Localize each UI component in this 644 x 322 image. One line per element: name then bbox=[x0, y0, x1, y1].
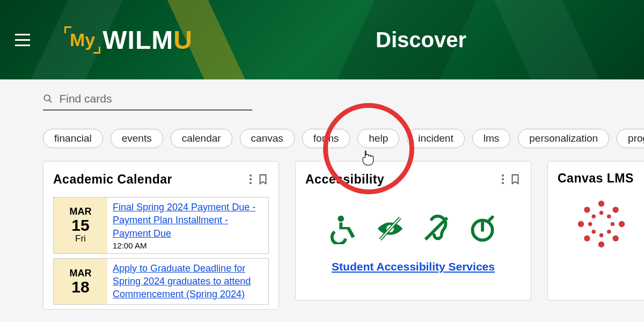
svg-line-1 bbox=[49, 100, 52, 103]
chip-incident[interactable]: incident bbox=[407, 129, 465, 148]
search-input[interactable] bbox=[59, 92, 252, 105]
card-academic-calendar: Academic Calendar MAR 15 Fri Final Sprin… bbox=[43, 161, 279, 310]
accessibility-link[interactable]: Student Accessibility Services bbox=[305, 260, 521, 273]
chip-personalization[interactable]: personalization bbox=[518, 129, 609, 148]
calendar-event: MAR 18 Apply to Graduate Deadline for Sp… bbox=[53, 258, 269, 305]
chip-forms[interactable]: forms bbox=[302, 129, 350, 148]
svg-point-13 bbox=[584, 235, 590, 241]
page-title: Discover bbox=[376, 28, 466, 52]
svg-point-15 bbox=[599, 211, 603, 215]
svg-point-20 bbox=[606, 214, 611, 218]
accessibility-icons bbox=[305, 197, 521, 260]
wheelchair-icon bbox=[328, 213, 360, 244]
card-accessibility: Accessibility Student Accessibility Serv… bbox=[295, 161, 531, 301]
svg-point-8 bbox=[598, 241, 604, 247]
hearing-impaired-icon bbox=[421, 213, 452, 244]
bookmark-icon[interactable] bbox=[257, 172, 269, 186]
chip-calendar[interactable]: calendar bbox=[171, 129, 232, 148]
search-icon bbox=[43, 93, 53, 104]
svg-point-19 bbox=[591, 214, 596, 218]
svg-point-7 bbox=[598, 201, 604, 207]
svg-point-9 bbox=[577, 221, 583, 227]
logo-wilm: WILM bbox=[103, 26, 173, 54]
bookmark-icon[interactable] bbox=[509, 172, 521, 186]
more-icon[interactable] bbox=[244, 171, 257, 187]
svg-point-17 bbox=[588, 222, 592, 226]
event-day: 18 bbox=[71, 279, 89, 295]
low-vision-icon bbox=[375, 213, 406, 244]
chip-help[interactable]: help bbox=[357, 129, 399, 148]
card-title: Accessibility bbox=[305, 172, 496, 187]
event-link[interactable]: Final Spring 2024 Payment Due - Payment … bbox=[113, 202, 255, 239]
menu-icon[interactable] bbox=[11, 28, 34, 52]
chip-events[interactable]: events bbox=[111, 129, 163, 148]
canvas-logo-icon bbox=[576, 199, 627, 250]
logo-u: U bbox=[173, 26, 192, 54]
card-title: Canvas LMS bbox=[558, 171, 644, 186]
svg-point-10 bbox=[618, 221, 624, 227]
event-link[interactable]: Apply to Graduate Deadline for Spring 20… bbox=[113, 263, 251, 300]
cards-row: Academic Calendar MAR 15 Fri Final Sprin… bbox=[0, 161, 644, 310]
svg-point-12 bbox=[612, 207, 618, 213]
logo-my: My bbox=[67, 28, 98, 52]
svg-point-0 bbox=[44, 95, 50, 101]
event-date: MAR 15 Fri bbox=[54, 197, 107, 253]
site-logo[interactable]: My WILMU bbox=[67, 25, 192, 55]
chip-programs[interactable]: programs bbox=[617, 129, 644, 148]
event-time: 12:00 AM bbox=[113, 241, 263, 250]
svg-point-16 bbox=[599, 233, 603, 238]
event-day: 15 bbox=[71, 217, 89, 233]
chip-financial[interactable]: financial bbox=[43, 129, 103, 148]
card-title: Academic Calendar bbox=[53, 172, 244, 187]
svg-point-11 bbox=[584, 207, 590, 213]
app-header: My WILMU Discover bbox=[0, 0, 644, 79]
card-canvas-lms: Canvas LMS bbox=[547, 161, 644, 301]
event-date: MAR 18 bbox=[54, 259, 107, 304]
chip-canvas[interactable]: canvas bbox=[240, 129, 295, 148]
svg-point-18 bbox=[610, 222, 614, 226]
timer-icon bbox=[467, 213, 498, 244]
search-box[interactable] bbox=[43, 90, 252, 111]
event-dow: Fri bbox=[75, 233, 86, 244]
event-month: MAR bbox=[70, 206, 92, 217]
svg-point-21 bbox=[591, 230, 596, 234]
chip-lms[interactable]: lms bbox=[472, 129, 511, 148]
more-icon[interactable] bbox=[496, 171, 509, 187]
search-row bbox=[0, 79, 644, 113]
svg-point-14 bbox=[612, 235, 618, 241]
filter-chips: financial events calendar canvas forms h… bbox=[0, 113, 644, 161]
event-month: MAR bbox=[70, 268, 92, 279]
calendar-event: MAR 15 Fri Final Spring 2024 Payment Due… bbox=[53, 197, 269, 254]
svg-point-2 bbox=[338, 216, 344, 222]
svg-point-22 bbox=[606, 230, 611, 234]
